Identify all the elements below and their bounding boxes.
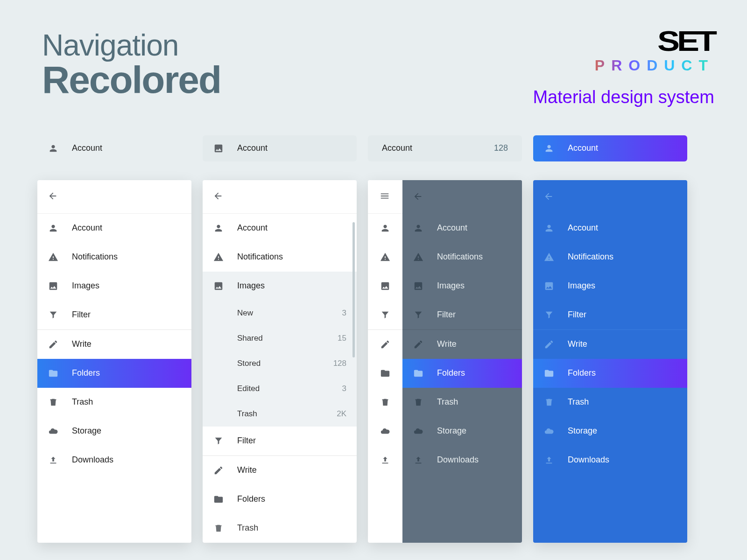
rail-item-folders[interactable] xyxy=(368,359,402,388)
rail-item-account[interactable] xyxy=(368,214,402,243)
sub-item-new[interactable]: New3 xyxy=(203,301,357,326)
nav-item-images[interactable]: Images xyxy=(203,272,357,301)
image-icon xyxy=(413,280,424,292)
person-icon xyxy=(543,143,555,154)
nav-item-trash[interactable]: Trash xyxy=(203,514,357,543)
back-icon[interactable] xyxy=(213,191,224,202)
nav-item-account[interactable]: Account xyxy=(533,214,687,243)
folder-icon xyxy=(413,368,424,379)
sub-label: New xyxy=(237,308,342,318)
nav-item-folders[interactable]: Folders xyxy=(37,359,191,388)
nav-item-filter[interactable]: Filter xyxy=(533,301,687,329)
person-icon xyxy=(543,223,555,234)
nav-label: Trash xyxy=(568,397,677,407)
nav-item-images[interactable]: Images xyxy=(37,272,191,301)
rail-item-images[interactable] xyxy=(368,272,402,301)
sub-item-edited[interactable]: Edited3 xyxy=(203,376,357,401)
nav-item-write[interactable]: Write xyxy=(203,456,357,485)
back-icon[interactable] xyxy=(543,191,555,203)
nav-label: Images xyxy=(437,281,512,291)
warning-icon xyxy=(413,252,424,263)
nav-item-write[interactable]: Write xyxy=(402,330,522,359)
folder-icon xyxy=(543,368,555,379)
rail-item-write[interactable] xyxy=(368,330,402,359)
nav-item-folders[interactable]: Folders xyxy=(533,359,687,388)
pill-account-plain[interactable]: Account xyxy=(37,135,191,161)
nav-item-account[interactable]: Account xyxy=(203,214,357,243)
nav-item-folders[interactable]: Folders xyxy=(203,485,357,514)
nav-item-notifications[interactable]: Notifications xyxy=(402,243,522,272)
folder-icon xyxy=(48,368,59,379)
rail-item-downloads[interactable] xyxy=(368,446,402,475)
rail-item-storage[interactable] xyxy=(368,417,402,446)
nav-item-folders[interactable]: Folders xyxy=(402,359,522,388)
nav-label: Notifications xyxy=(72,252,181,262)
nav-item-storage[interactable]: Storage xyxy=(533,417,687,446)
pill-account-gradient[interactable]: Account xyxy=(533,135,687,161)
sub-item-stored[interactable]: Stored128 xyxy=(203,351,357,376)
cloud-icon xyxy=(413,426,424,437)
nav-label: Write xyxy=(568,339,677,349)
nav-item-write[interactable]: Write xyxy=(533,330,687,359)
pencil-icon xyxy=(413,339,424,350)
nav-item-downloads[interactable]: Downloads xyxy=(533,446,687,475)
image-icon xyxy=(213,280,224,292)
nav-item-account[interactable]: Account xyxy=(402,214,522,243)
nav-item-filter[interactable]: Filter xyxy=(37,301,191,329)
nav-item-downloads[interactable]: Downloads xyxy=(37,446,191,475)
nav-item-notifications[interactable]: Notifications xyxy=(533,243,687,272)
nav-label: Trash xyxy=(237,523,346,533)
person-icon xyxy=(213,223,224,234)
drawer-topbar xyxy=(37,180,191,214)
drawer-blue: Account Notifications Images Filter Writ… xyxy=(533,180,687,543)
nav-label: Filter xyxy=(237,436,346,446)
nav-label: Notifications xyxy=(237,252,346,262)
nav-item-write[interactable]: Write xyxy=(37,330,191,359)
nav-item-notifications[interactable]: Notifications xyxy=(37,243,191,272)
nav-item-downloads[interactable]: Downloads xyxy=(402,446,522,475)
back-icon[interactable] xyxy=(48,191,59,202)
nav-item-account[interactable]: Account xyxy=(37,214,191,243)
back-icon[interactable] xyxy=(413,191,424,203)
nav-label: Storage xyxy=(72,426,181,436)
sub-label: Edited xyxy=(237,384,342,393)
rail-item-notifications[interactable] xyxy=(368,243,402,272)
pill-account-gray[interactable]: Account xyxy=(203,135,357,161)
funnel-icon xyxy=(213,435,224,447)
nav-item-filter[interactable]: Filter xyxy=(203,427,357,455)
nav-label: Filter xyxy=(437,310,512,320)
warning-icon xyxy=(543,252,555,263)
sub-item-trash[interactable]: Trash2K xyxy=(203,401,357,427)
nav-label: Trash xyxy=(72,397,181,407)
nav-item-notifications[interactable]: Notifications xyxy=(203,243,357,272)
rail-item-filter[interactable] xyxy=(368,301,402,329)
nav-label: Write xyxy=(437,339,512,349)
drawer-expanded: Account Notifications Images New3 Shared… xyxy=(203,180,357,543)
sub-label: Stored xyxy=(237,359,333,368)
nav-label: Notifications xyxy=(568,252,677,262)
nav-item-filter[interactable]: Filter xyxy=(402,301,522,329)
warning-icon xyxy=(48,252,59,263)
download-icon xyxy=(543,455,555,466)
nav-label: Write xyxy=(237,465,346,475)
sub-item-shared[interactable]: Shared15 xyxy=(203,326,357,351)
sub-count: 15 xyxy=(338,334,346,343)
person-icon xyxy=(48,223,59,234)
nav-item-images[interactable]: Images xyxy=(402,272,522,301)
nav-item-trash[interactable]: Trash xyxy=(37,388,191,417)
nav-label: Account xyxy=(437,223,512,233)
menu-icon[interactable] xyxy=(380,191,391,202)
trash-icon xyxy=(213,523,224,534)
nav-item-trash[interactable]: Trash xyxy=(533,388,687,417)
pill-account-count[interactable]: Account 128 xyxy=(368,135,522,161)
sub-label: Trash xyxy=(237,409,337,419)
scrollbar[interactable] xyxy=(352,222,355,357)
cloud-icon xyxy=(48,426,59,437)
nav-item-storage[interactable]: Storage xyxy=(402,417,522,446)
nav-item-trash[interactable]: Trash xyxy=(402,388,522,417)
trash-icon xyxy=(543,397,555,408)
rail-item-trash[interactable] xyxy=(368,388,402,417)
nav-item-images[interactable]: Images xyxy=(533,272,687,301)
nav-item-storage[interactable]: Storage xyxy=(37,417,191,446)
nav-label: Account xyxy=(237,223,346,233)
